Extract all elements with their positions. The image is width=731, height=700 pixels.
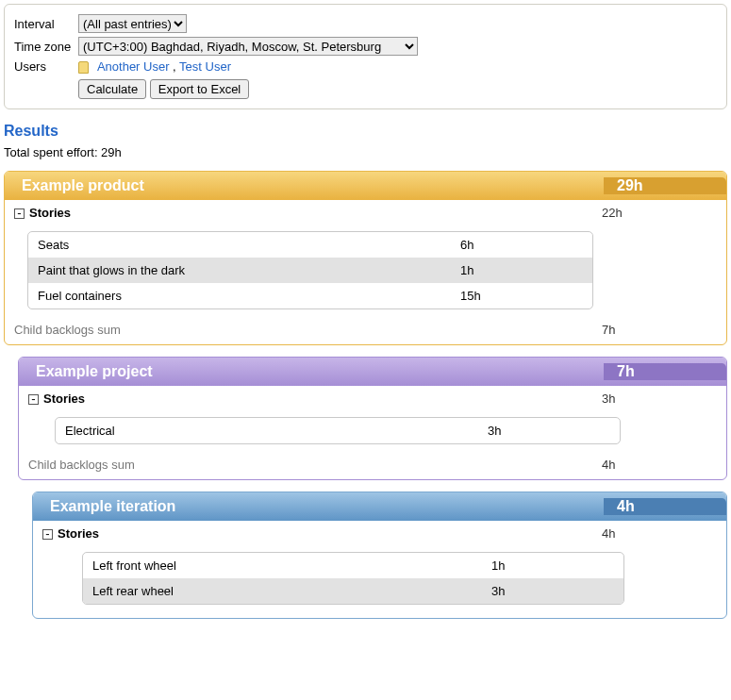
backlog-title: Example iteration (50, 498, 175, 515)
child-sum-value: 4h (602, 458, 713, 472)
user-link-1[interactable]: Another User (97, 59, 170, 74)
child-sum-value: 7h (602, 323, 713, 337)
stories-total: 3h (602, 392, 713, 406)
story-row: Seats6h (28, 232, 592, 258)
total-effort: Total spent effort: 29h (4, 145, 727, 159)
child-sum-label: Child backlogs sum (28, 458, 135, 472)
backlog-total: 4h (604, 498, 726, 515)
story-row: Left front wheel1h (83, 553, 623, 578)
interval-select[interactable]: (All past entries) (78, 14, 187, 33)
collapse-icon[interactable]: - (28, 394, 39, 405)
user-icon (78, 61, 89, 74)
backlog-product: Example product 29h -Stories 22h Seats6h… (4, 171, 727, 345)
users-label: Users (14, 59, 78, 74)
story-table: Electrical3h (55, 417, 621, 444)
user-link-2[interactable]: Test User (179, 59, 231, 74)
collapse-icon[interactable]: - (42, 529, 53, 540)
stories-label: Stories (29, 206, 71, 220)
results-heading: Results (4, 123, 727, 140)
story-table: Left front wheel1h Left rear wheel3h (82, 552, 624, 605)
stories-label: Stories (43, 392, 85, 406)
story-row: Electrical3h (56, 418, 620, 443)
backlog-iteration: Example iteration 4h -Stories 4h Left fr… (32, 492, 727, 619)
story-row: Left rear wheel3h (83, 578, 623, 604)
export-button[interactable]: Export to Excel (150, 79, 249, 99)
stories-total: 4h (602, 526, 713, 541)
timezone-select[interactable]: (UTC+3:00) Baghdad, Riyadh, Moscow, St. … (78, 37, 418, 56)
stories-total: 22h (602, 206, 713, 220)
stories-label: Stories (58, 526, 99, 541)
timezone-label: Time zone (14, 40, 78, 54)
child-sum-label: Child backlogs sum (14, 323, 121, 337)
interval-label: Interval (14, 17, 78, 31)
calculate-button[interactable]: Calculate (78, 79, 146, 99)
story-row: Paint that glows in the dark1h (28, 258, 592, 283)
backlog-title: Example project (36, 363, 153, 380)
story-table: Seats6h Paint that glows in the dark1h F… (27, 231, 593, 309)
story-row: Fuel containers15h (28, 283, 592, 308)
backlog-total: 7h (604, 363, 726, 380)
backlog-total: 29h (604, 177, 726, 194)
collapse-icon[interactable]: - (14, 208, 25, 219)
backlog-project: Example project 7h -Stories 3h Electrica… (18, 357, 727, 480)
filter-form: Interval (All past entries) Time zone (U… (4, 4, 727, 109)
user-separator: , (170, 59, 180, 74)
backlog-title: Example product (22, 177, 144, 194)
